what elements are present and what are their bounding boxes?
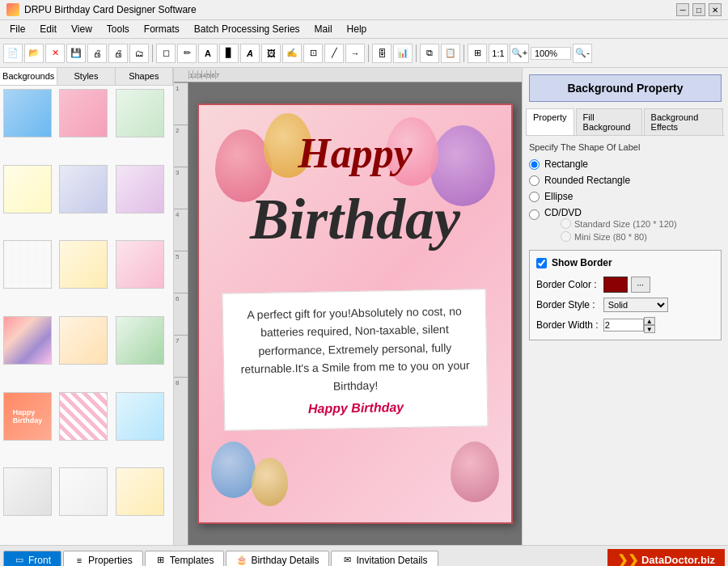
tab-invitation-details[interactable]: ✉ Invitation Details — [331, 551, 438, 567]
paste-button[interactable]: 📋 — [441, 44, 460, 63]
thumb-11[interactable] — [59, 316, 108, 365]
menu-edit[interactable]: Edit — [33, 22, 63, 36]
tab-styles[interactable]: Styles — [57, 68, 115, 85]
thumb-17[interactable] — [59, 467, 108, 516]
new-button[interactable]: 📄 — [3, 44, 23, 63]
front-icon: ▭ — [14, 555, 25, 566]
datadoctor-brand: ❯❯ DataDoctor.biz — [607, 549, 725, 566]
tab-front-label: Front — [28, 555, 51, 566]
db2-button[interactable]: 🗄 — [372, 44, 392, 63]
menu-batch[interactable]: Batch Processing Series — [188, 22, 307, 36]
show-border-checkbox[interactable] — [536, 258, 547, 268]
invitation-icon: ✉ — [341, 555, 353, 566]
print-button[interactable]: 🖨 — [87, 44, 107, 63]
arrow-button[interactable]: → — [345, 44, 365, 63]
tab-fill-background[interactable]: Fill Background — [576, 108, 642, 135]
right-panel: Background Property Property Fill Backgr… — [522, 68, 728, 545]
db-button[interactable]: ⊡ — [303, 44, 323, 63]
thumb-16[interactable] — [3, 467, 52, 516]
ruler-vertical: 1 2 3 4 5 6 7 8 — [174, 82, 188, 545]
draw-button[interactable]: ✏ — [177, 44, 197, 63]
border-color-label: Border Color : — [536, 279, 599, 290]
mini-size-radio[interactable] — [561, 231, 571, 242]
app-title: DRPU Birthday Card Designer Software — [24, 4, 197, 15]
menu-view[interactable]: View — [65, 22, 99, 36]
thumb-4[interactable] — [3, 165, 52, 213]
shapes-button[interactable]: ◻ — [156, 44, 176, 63]
tab-shapes[interactable]: Shapes — [116, 68, 173, 85]
thumb-7[interactable] — [3, 240, 52, 289]
thumb-2[interactable] — [59, 89, 108, 137]
thumb-15[interactable] — [116, 392, 164, 441]
show-border-label: Show Border — [552, 257, 612, 268]
thumb-6[interactable] — [116, 165, 164, 213]
brand-label: DataDoctor.biz — [641, 554, 715, 566]
ellipse-label: Ellipse — [544, 191, 573, 202]
tab-background-effects[interactable]: Background Effects — [644, 108, 723, 135]
border-width-input[interactable] — [603, 319, 644, 332]
canvas-area[interactable]: 1 2 3 4 5 6 7 1 2 3 4 5 6 7 8 — [174, 68, 522, 545]
wordart-button[interactable]: A — [240, 44, 260, 63]
save-button[interactable]: 💾 — [66, 44, 86, 63]
border-color-swatch[interactable] — [603, 277, 628, 293]
cddvd-radio[interactable] — [529, 209, 540, 220]
menu-mail[interactable]: Mail — [308, 22, 339, 36]
tool1-button[interactable]: 🗂 — [129, 44, 149, 63]
tab-invitation-label: Invitation Details — [356, 555, 427, 566]
menu-tools[interactable]: Tools — [100, 22, 136, 36]
border-color-picker-button[interactable]: ··· — [631, 277, 650, 293]
card-message-text: A perfect gift for you!Absolutely no cos… — [235, 302, 475, 396]
left-tabs: Backgrounds Styles Shapes — [0, 68, 173, 86]
tab-birthday-details[interactable]: 🎂 Birthday Details — [226, 551, 329, 567]
cddvd-label: CD/DVD — [544, 207, 582, 218]
rectangle-radio[interactable] — [529, 159, 540, 170]
menu-file[interactable]: File — [3, 22, 32, 36]
grid-button[interactable]: ⊞ — [468, 44, 487, 63]
standard-size-radio[interactable] — [561, 218, 571, 229]
delete-button[interactable]: ✕ — [45, 44, 65, 63]
bottom-bar: ▭ Front ≡ Properties ⊞ Templates 🎂 Birth… — [0, 545, 728, 566]
copy-button[interactable]: ⧉ — [420, 44, 439, 63]
menu-help[interactable]: Help — [341, 22, 374, 36]
balloon-7 — [451, 441, 499, 502]
text-button[interactable]: A — [198, 44, 218, 63]
sep1 — [152, 44, 153, 62]
zoom-out-button[interactable]: 🔍- — [573, 44, 592, 63]
tab-templates[interactable]: ⊞ Templates — [145, 551, 225, 567]
thumb-3[interactable] — [116, 89, 164, 137]
left-panel: Backgrounds Styles Shapes HappyBirthday — [0, 68, 174, 545]
minimize-button[interactable]: ─ — [676, 3, 689, 16]
line-button[interactable]: ╱ — [324, 44, 344, 63]
tab-properties[interactable]: ≡ Properties — [63, 551, 143, 567]
thumb-1[interactable] — [3, 89, 52, 137]
print2-button[interactable]: 🖨 — [108, 44, 128, 63]
ellipse-radio[interactable] — [529, 192, 540, 202]
zoom-in-button[interactable]: 🔍+ — [510, 44, 529, 63]
menu-formats[interactable]: Formats — [138, 22, 186, 36]
thumb-14[interactable] — [59, 392, 108, 441]
thumb-13[interactable]: HappyBirthday — [3, 392, 52, 441]
thumb-8[interactable] — [59, 240, 108, 289]
border-style-select[interactable]: Solid Dashed Dotted Double — [603, 298, 668, 312]
thumb-10[interactable] — [3, 316, 52, 365]
border-width-up[interactable]: ▲ — [644, 317, 655, 325]
image-button[interactable]: 🖼 — [261, 44, 281, 63]
border-style-label: Border Style : — [536, 299, 599, 310]
thumb-12[interactable] — [116, 316, 164, 365]
open-button[interactable]: 📂 — [24, 44, 44, 63]
maximize-button[interactable]: □ — [692, 3, 705, 16]
close-button[interactable]: ✕ — [709, 3, 722, 16]
thumb-5[interactable] — [59, 165, 108, 213]
tab-front[interactable]: ▭ Front — [3, 551, 61, 567]
data-button[interactable]: 📊 — [393, 44, 413, 63]
thumb-18[interactable] — [116, 467, 164, 516]
rounded-rectangle-radio[interactable] — [529, 175, 540, 186]
scale-button[interactable]: 1:1 — [489, 44, 508, 63]
thumb-9[interactable] — [116, 240, 164, 289]
tab-backgrounds[interactable]: Backgrounds — [0, 68, 57, 85]
zoom-input[interactable]: 100% — [531, 47, 571, 60]
border-width-down[interactable]: ▼ — [644, 325, 655, 333]
barcode-button[interactable]: ▊ — [219, 44, 239, 63]
tab-property[interactable]: Property — [526, 108, 574, 135]
signature-button[interactable]: ✍ — [282, 44, 302, 63]
